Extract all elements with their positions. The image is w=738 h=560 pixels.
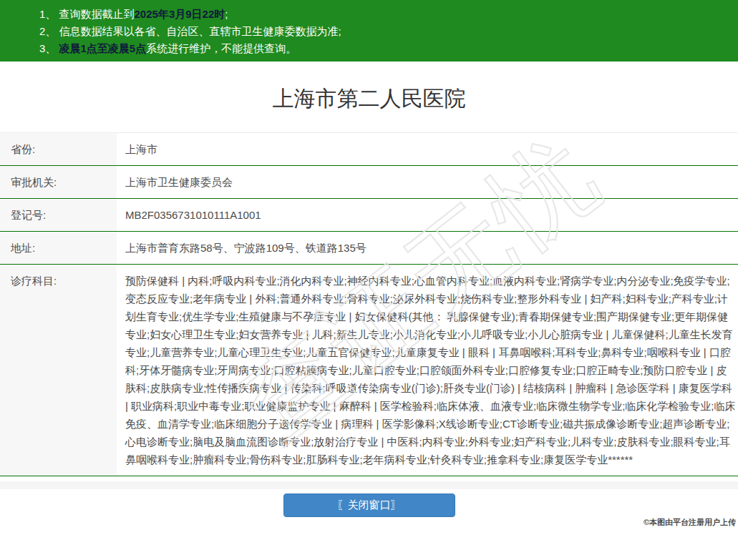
- notice-text: 1、 查询数据截止到: [39, 8, 135, 20]
- row-label-address: 地址:: [0, 232, 117, 265]
- row-label-approval-authority: 审批机关:: [0, 166, 117, 199]
- close-window-button[interactable]: 〖关闭窗口〗: [283, 493, 455, 517]
- table-row-approval-authority: 审批机关: 上海市卫生健康委员会: [0, 166, 738, 199]
- row-value-address: 上海市普育东路58号、宁波路109号、铁道路135号: [117, 232, 738, 265]
- notice-line-2: 2、 信息数据结果以各省、自治区、直辖市卫生健康委数据为准;: [39, 23, 731, 40]
- notice-text: ;: [225, 8, 228, 20]
- row-value-registration-number: MB2F0356731010111A1001: [117, 199, 738, 232]
- notice-text: 系统进行维护，不能提供查询。: [146, 42, 296, 54]
- notice-highlight: 2025年3月9日22时: [135, 8, 225, 20]
- notice-banner: 1、 查询数据截止到2025年3月9日22时; 2、 信息数据结果以各省、自治区…: [0, 0, 738, 62]
- notice-line-3: 3、 凌晨1点至凌晨5点系统进行维护，不能提供查询。: [39, 40, 731, 57]
- row-value-medical-subjects: 预防保健科 | 内科;呼吸内科专业;消化内科专业;神经内科专业;心血管内科专业;…: [117, 265, 738, 476]
- table-row-address: 地址: 上海市普育东路58号、宁波路109号、铁道路135号: [0, 232, 738, 265]
- table-row-registration-number: 登记号: MB2F0356731010111A1001: [0, 199, 738, 232]
- notice-text: 3、: [39, 42, 59, 54]
- row-value-province: 上海市: [117, 133, 738, 166]
- row-label-medical-subjects: 诊疗科目:: [0, 265, 117, 476]
- divider-strip: [0, 481, 738, 489]
- hospital-info-table: 省份: 上海市 审批机关: 上海市卫生健康委员会 登记号: MB2F035673…: [0, 132, 738, 476]
- table-row-medical-subjects: 诊疗科目: 预防保健科 | 内科;呼吸内科专业;消化内科专业;神经内科专业;心血…: [0, 265, 738, 476]
- notice-line-1: 1、 查询数据截止到2025年3月9日22时;: [39, 6, 731, 23]
- upload-credit: ©本图由平台注册用户上传: [644, 517, 736, 528]
- page-title: 上海市第二人民医院: [0, 84, 738, 114]
- table-row-province: 省份: 上海市: [0, 133, 738, 166]
- row-label-registration-number: 登记号:: [0, 199, 117, 232]
- notice-highlight: 凌晨1点至凌晨5点: [59, 42, 147, 54]
- footer: 〖关闭窗口〗 ©本图由平台注册用户上传: [0, 489, 738, 529]
- row-label-province: 省份:: [0, 133, 117, 166]
- notice-text: 2、 信息数据结果以各省、自治区、直辖市卫生健康委数据为准;: [39, 25, 341, 37]
- row-value-approval-authority: 上海市卫生健康委员会: [117, 166, 738, 199]
